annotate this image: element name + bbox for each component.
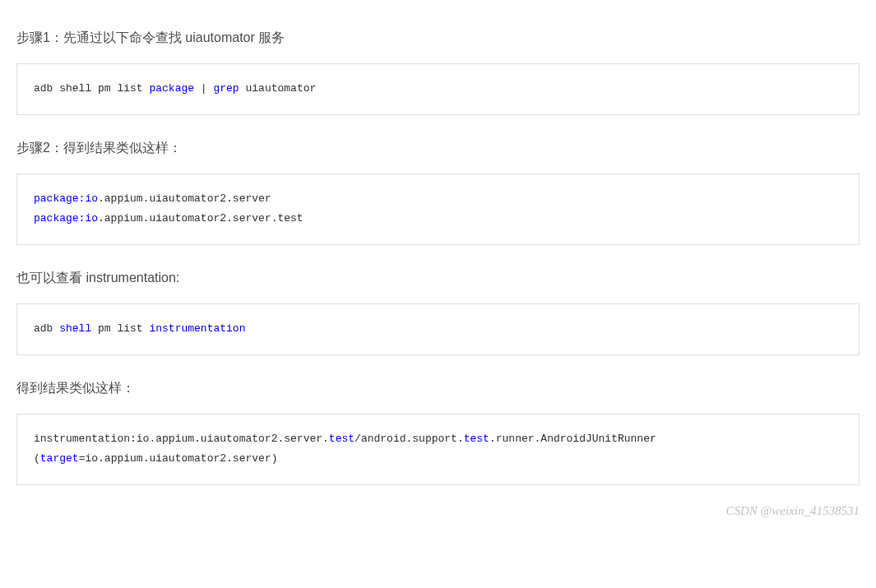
step2-code[interactable]: package:io.appium.uiautomator2.server pa… <box>16 174 860 245</box>
watermark: CSDN @weixin_41538531 <box>725 504 860 518</box>
article-body: 步骤1：先通过以下命令查找 uiautomator 服务 adb shell p… <box>16 30 860 485</box>
instrumentation-heading: 也可以查看 instrumentation: <box>16 270 860 287</box>
result-code[interactable]: instrumentation:io.appium.uiautomator2.s… <box>16 414 860 485</box>
step1-code[interactable]: adb shell pm list package | grep uiautom… <box>16 63 860 115</box>
step1-heading: 步骤1：先通过以下命令查找 uiautomator 服务 <box>16 30 860 47</box>
instrumentation-code[interactable]: adb shell pm list instrumentation <box>16 303 860 355</box>
step2-heading: 步骤2：得到结果类似这样： <box>16 140 860 157</box>
result-heading: 得到结果类似这样： <box>16 380 860 397</box>
